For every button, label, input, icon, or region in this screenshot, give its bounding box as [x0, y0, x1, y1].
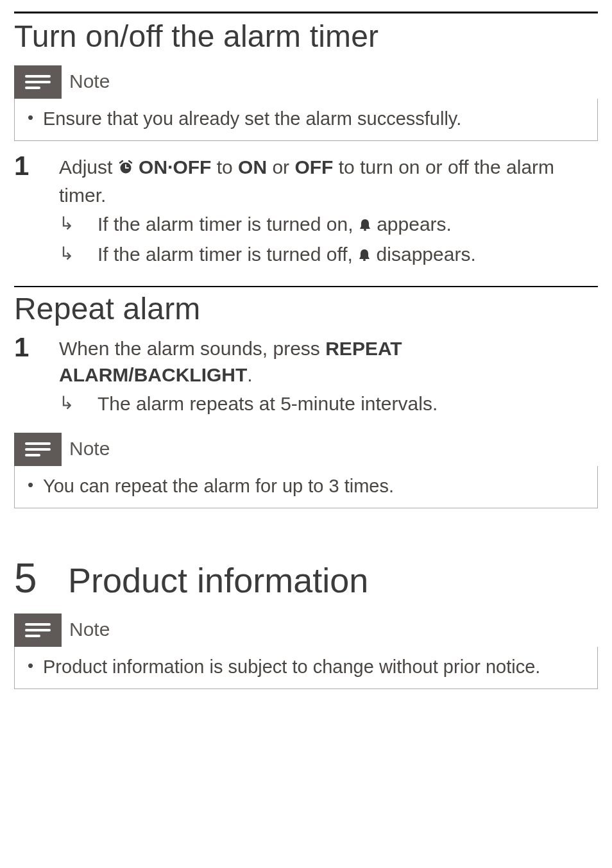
step-row: 1 Adjust ON·OFF to ON or OFF to turn on …: [14, 151, 598, 208]
text: appears.: [371, 213, 452, 235]
svg-rect-13: [25, 623, 51, 626]
text: .: [247, 364, 252, 385]
off-label: OFF: [294, 156, 333, 178]
bell-icon: [358, 242, 371, 269]
step-number: 1: [14, 333, 59, 388]
note-block-alarm: Note Ensure that you already set the ala…: [14, 65, 598, 141]
result-text: If the alarm timer is turned off, disapp…: [98, 241, 476, 269]
chapter-heading: 5 Product information: [14, 555, 598, 602]
text: If the alarm timer is turned off,: [98, 244, 358, 265]
note-label: Note: [62, 613, 117, 647]
result-arrow-icon: ↳: [59, 211, 98, 238]
note-label: Note: [62, 433, 117, 466]
step-text: When the alarm sounds, press REPEAT ALAR…: [59, 333, 598, 388]
svg-rect-11: [25, 448, 51, 451]
svg-rect-8: [364, 229, 366, 231]
text: disappears.: [371, 244, 475, 265]
note-block-repeat: Note You can repeat the alarm for up to …: [14, 433, 598, 508]
svg-rect-14: [25, 629, 51, 631]
text: or: [267, 156, 294, 178]
svg-rect-1: [25, 81, 51, 83]
on-label: ON: [238, 156, 267, 178]
svg-rect-2: [25, 87, 40, 89]
svg-line-4: [120, 161, 123, 163]
section-heading-alarm: Turn on/off the alarm timer: [14, 19, 598, 54]
note-icon: [14, 65, 62, 99]
result-arrow-icon: ↳: [59, 390, 98, 417]
result-text: If the alarm timer is turned on, appears…: [98, 211, 452, 238]
note-icon: [14, 613, 62, 647]
svg-rect-10: [25, 442, 51, 445]
svg-rect-12: [25, 454, 40, 456]
result-arrow-icon: ↳: [59, 241, 98, 269]
note-label: Note: [62, 65, 117, 99]
note-item: Ensure that you already set the alarm su…: [26, 106, 586, 131]
text: If the alarm timer is turned on,: [98, 213, 359, 235]
note-icon: [14, 433, 62, 466]
step-text: Adjust ON·OFF to ON or OFF to turn on or…: [59, 151, 598, 208]
step-row: 1 When the alarm sounds, press REPEAT AL…: [14, 333, 598, 388]
result-text: The alarm repeats at 5-minute intervals.: [98, 390, 438, 417]
note-item: You can repeat the alarm for up to 3 tim…: [26, 474, 586, 499]
result-row: ↳ If the alarm timer is turned on, appea…: [14, 211, 598, 238]
svg-line-5: [129, 161, 132, 163]
chapter-number: 5: [14, 555, 68, 602]
note-item: Product information is subject to change…: [26, 655, 586, 680]
svg-rect-9: [363, 259, 366, 261]
text: When the alarm sounds, press: [59, 338, 325, 359]
result-row: ↳ The alarm repeats at 5-minute interval…: [14, 390, 598, 417]
step-number: 1: [14, 151, 59, 208]
divider: [14, 12, 598, 13]
divider: [14, 286, 598, 287]
result-row: ↳ If the alarm timer is turned off, disa…: [14, 241, 598, 269]
section-heading-repeat: Repeat alarm: [14, 291, 598, 326]
text: Adjust: [59, 156, 118, 178]
bell-icon: [359, 212, 371, 238]
note-block-product: Note Product information is subject to c…: [14, 613, 598, 689]
switch-label: ON·OFF: [139, 156, 211, 178]
chapter-title: Product information: [68, 560, 368, 600]
svg-rect-0: [25, 75, 51, 78]
alarm-clock-icon: [118, 155, 133, 181]
svg-rect-15: [25, 635, 40, 637]
text: to: [211, 156, 238, 178]
